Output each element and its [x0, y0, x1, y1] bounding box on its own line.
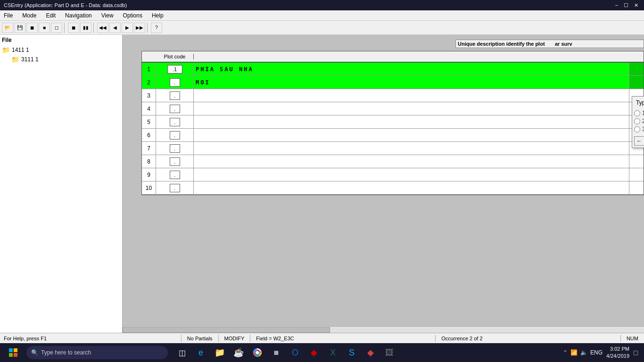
plot-input-5[interactable]: .: [170, 118, 180, 126]
cell-plot-2[interactable]: .: [156, 76, 194, 89]
toolbar-prev-case[interactable]: ◀◀: [97, 23, 108, 33]
tree-item-3111[interactable]: 📁 3111 1: [11, 55, 120, 64]
menu-mode[interactable]: Mode: [20, 11, 38, 20]
plot-input-3[interactable]: .: [170, 91, 180, 100]
popup-prev-btn[interactable]: ←: [634, 136, 644, 146]
horizontal-scrollbar[interactable]: [123, 326, 644, 333]
cell-rownum-10: 10: [142, 181, 156, 194]
status-occurrence: Occurrence 2 of 2: [436, 336, 620, 341]
taskbar-volume[interactable]: 🔈: [580, 349, 587, 356]
cell-desc-5[interactable]: [194, 115, 629, 128]
toolbar-prev[interactable]: ◀: [109, 23, 121, 33]
cell-desc-4[interactable]: [194, 102, 629, 115]
taskbar-network[interactable]: 📶: [570, 349, 578, 356]
close-button[interactable]: ✕: [632, 2, 640, 8]
cell-plot-6[interactable]: .: [156, 129, 194, 141]
plot-input-7[interactable]: .: [170, 144, 180, 153]
toolbar-view1[interactable]: ◼: [26, 23, 38, 33]
plot-input-6[interactable]: .: [170, 131, 180, 140]
cell-plot-5[interactable]: .: [156, 115, 194, 128]
table-row: 7 .: [142, 142, 644, 155]
menu-navigation[interactable]: Navigation: [63, 11, 94, 20]
taskbar-app3[interactable]: ◆: [362, 344, 379, 362]
cell-plot-7[interactable]: .: [156, 142, 194, 155]
minimize-button[interactable]: −: [613, 2, 620, 8]
cell-desc-8[interactable]: [194, 155, 629, 168]
taskbar-chrome[interactable]: [249, 344, 266, 362]
toolbar-help[interactable]: ?: [151, 23, 162, 33]
menu-edit[interactable]: Edit: [44, 11, 58, 20]
windows-icon: [8, 348, 18, 357]
cell-desc-10[interactable]: [194, 181, 629, 194]
toolbar-stop[interactable]: ◼: [68, 23, 79, 33]
cell-desc-9[interactable]: [194, 168, 629, 181]
plot-input-10[interactable]: .: [170, 184, 180, 192]
cell-plot-3[interactable]: .: [156, 89, 194, 102]
file-panel: File 📁 1411 1 📁 3111 1: [0, 35, 123, 333]
taskbar-skype[interactable]: S: [343, 344, 360, 362]
taskbar-search-placeholder: Type here to search: [41, 349, 91, 356]
toolbar-view3[interactable]: ◻: [51, 23, 62, 33]
popup-opt-num-2: 2: [642, 118, 644, 124]
taskbar-time[interactable]: 3:02 PM 4/24/2019: [606, 346, 629, 360]
cell-desc-3[interactable]: [194, 89, 629, 102]
plot-input-1[interactable]: .1: [167, 65, 182, 74]
popup-radio-1[interactable]: [634, 110, 640, 116]
taskbar-right: ⌃ 📶 🔈 ENG 3:02 PM 4/24/2019 ▢: [563, 346, 642, 360]
popup-search-row: ← 🔍 →: [634, 136, 644, 146]
table-row: 8 .: [142, 155, 644, 168]
plot-val-8: .: [174, 159, 175, 165]
cell-plot-9[interactable]: .: [156, 168, 194, 181]
plot-input-8[interactable]: .: [170, 157, 180, 166]
app3-icon: ◆: [367, 347, 374, 358]
menu-file[interactable]: File: [2, 11, 15, 20]
toolbar-pause[interactable]: ▮▮: [80, 23, 91, 33]
table-row: 3 .: [142, 89, 644, 102]
taskbar-outlook[interactable]: O: [287, 344, 304, 362]
menu-options[interactable]: Options: [121, 11, 144, 20]
taskbar-explorer[interactable]: 📁: [211, 344, 228, 362]
popup-radio-2[interactable]: [634, 118, 640, 124]
toolbar-next-case[interactable]: ▶▶: [134, 23, 145, 33]
cell-desc-7[interactable]: [194, 142, 629, 155]
cell-plot-1[interactable]: .1: [156, 63, 194, 75]
popup-radio-3[interactable]: [634, 126, 640, 132]
toolbar-open[interactable]: 📂: [2, 23, 13, 33]
cell-desc-1[interactable]: PHIA SAU NHA: [194, 63, 629, 75]
menu-help[interactable]: Help: [150, 11, 165, 20]
taskbar-notification[interactable]: ▢: [633, 349, 638, 356]
menu-view[interactable]: View: [99, 11, 116, 20]
taskbar-store[interactable]: ☕: [230, 344, 247, 362]
title-controls: − ☐ ✕: [613, 2, 640, 8]
table-row: 10 .: [142, 181, 644, 195]
toolbar-save[interactable]: 💾: [14, 23, 25, 33]
taskbar-search[interactable]: 🔍 Type here to search: [26, 346, 168, 359]
cell-plot-10[interactable]: .: [156, 181, 194, 194]
plot-input-4[interactable]: .: [170, 105, 180, 113]
toolbar-view2[interactable]: ■: [39, 23, 50, 33]
cell-plot-4[interactable]: .: [156, 102, 194, 115]
scrollbar-thumb[interactable]: [123, 327, 330, 333]
plot-input-2[interactable]: .: [170, 78, 180, 87]
plot-val-2: .: [174, 80, 175, 85]
status-field: Field = W2_E3C: [250, 336, 435, 341]
plot-input-9[interactable]: .: [170, 171, 180, 179]
taskbar-lang[interactable]: ENG: [590, 349, 603, 356]
taskbar-uparrow[interactable]: ⌃: [563, 349, 568, 356]
tree-item-1411[interactable]: 📁 1411 1: [2, 45, 120, 55]
maximize-button[interactable]: ☐: [622, 2, 630, 8]
toolbar-next[interactable]: ▶: [122, 23, 133, 33]
plot-val-1: .1: [173, 66, 177, 72]
start-button[interactable]: [2, 344, 25, 362]
taskbar-remote[interactable]: 🖼: [381, 344, 398, 362]
cell-desc-6[interactable]: [194, 129, 629, 141]
taskbar-taskview[interactable]: ◫: [173, 344, 190, 362]
cell-rownum-3: 3: [142, 89, 156, 102]
cell-desc-2[interactable]: MOI: [194, 76, 629, 89]
taskbar-app1[interactable]: ■: [268, 344, 285, 362]
taskbar-excel[interactable]: X: [324, 344, 341, 362]
cell-plot-8[interactable]: .: [156, 155, 194, 168]
taskbar-app2[interactable]: ◆: [305, 344, 322, 362]
taskbar-edge[interactable]: e: [192, 344, 209, 362]
cell-rownum-5: 5: [142, 115, 156, 128]
